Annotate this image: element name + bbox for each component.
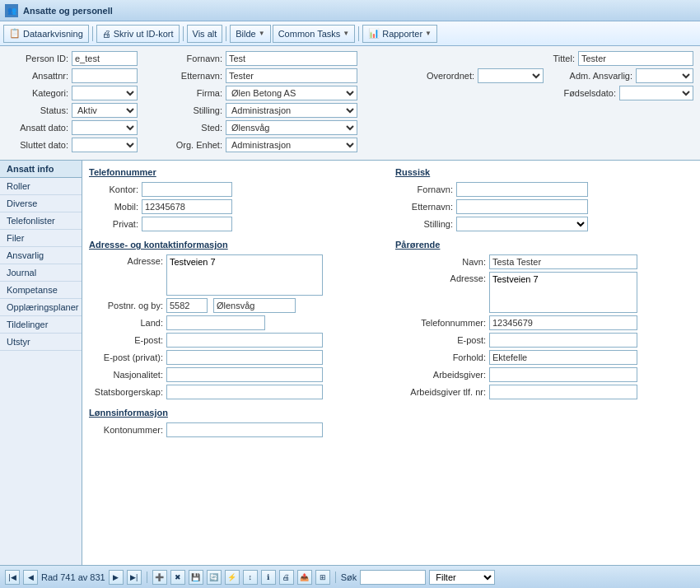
info-button[interactable]: ℹ bbox=[261, 570, 276, 585]
kategori-label: Kategori: bbox=[7, 88, 68, 98]
sidebar-item-diverse[interactable]: Diverse bbox=[0, 195, 82, 212]
epost-input[interactable] bbox=[166, 333, 323, 348]
status-separator-2 bbox=[335, 572, 336, 583]
add-record-button[interactable]: ➕ bbox=[152, 570, 167, 585]
kategori-select[interactable] bbox=[72, 86, 138, 100]
overordnet-select[interactable] bbox=[478, 68, 544, 83]
sidebar-item-filer[interactable]: Filer bbox=[0, 230, 82, 247]
status-select[interactable]: Aktiv bbox=[72, 103, 138, 118]
vis-alt-button[interactable]: Vis alt bbox=[187, 25, 223, 43]
export-button[interactable]: 📤 bbox=[297, 570, 312, 585]
russisk-stilling-select[interactable] bbox=[456, 217, 588, 231]
kontonummer-input[interactable] bbox=[166, 422, 323, 437]
toolbar-separator-1 bbox=[92, 26, 93, 41]
parorende-tlf-input[interactable] bbox=[489, 315, 637, 330]
ansatt-dato-label: Ansatt dato: bbox=[7, 123, 68, 133]
sted-label: Sted: bbox=[169, 123, 222, 133]
lonnsinformasjon-section: Lønnsinformasjon Kontonummer: bbox=[89, 408, 387, 437]
russisk-title: Russisk bbox=[395, 167, 693, 177]
sidebar-item-kompetanse[interactable]: Kompetanse bbox=[0, 282, 82, 299]
status-separator-1 bbox=[147, 572, 147, 583]
parorende-forhold-label: Forhold: bbox=[395, 352, 486, 362]
toolbar-separator-3 bbox=[226, 26, 226, 41]
etternavn-input[interactable] bbox=[226, 68, 357, 83]
nav-prev-button[interactable]: ◀ bbox=[23, 570, 38, 585]
org-enhet-select[interactable]: Administrasjon bbox=[226, 138, 357, 152]
refresh-button[interactable]: 🔄 bbox=[207, 570, 222, 585]
filter-select[interactable]: Filter bbox=[429, 570, 495, 585]
sted-select[interactable]: Ølensvåg bbox=[226, 120, 357, 135]
postnr-input[interactable] bbox=[166, 298, 208, 313]
nav-first-button[interactable]: |◀ bbox=[5, 570, 20, 585]
firma-select[interactable]: Ølen Betong AS bbox=[226, 86, 357, 100]
person-id-input[interactable] bbox=[72, 51, 138, 66]
by-input[interactable] bbox=[213, 298, 296, 313]
toolbar-separator-4 bbox=[358, 26, 359, 41]
sidebar-item-tildelinger[interactable]: Tildelinger bbox=[0, 316, 82, 334]
nav-last-button[interactable]: ▶| bbox=[127, 570, 142, 585]
lonnsinformasjon-title: Lønnsinformasjon bbox=[89, 408, 387, 418]
sort-button[interactable]: ↕ bbox=[243, 570, 258, 585]
form-row-3: Kategori: Firma: Ølen Betong AS Fødselsd… bbox=[7, 86, 693, 100]
rapporter-dropdown-arrow: ▼ bbox=[425, 30, 432, 37]
adresse-textarea[interactable]: Testveien 7 bbox=[166, 254, 323, 296]
bilde-dropdown-arrow: ▼ bbox=[259, 30, 265, 37]
fornavn-input[interactable] bbox=[226, 51, 357, 66]
russisk-etternavn-row: Etternavn: bbox=[395, 199, 693, 214]
epost-privat-row: E-post (privat): bbox=[89, 350, 387, 365]
adresse-title: Adresse- og kontaktinformasjon bbox=[89, 240, 387, 250]
common-tasks-button[interactable]: Common Tasks ▼ bbox=[273, 25, 356, 43]
epost-privat-label: E-post (privat): bbox=[89, 352, 163, 362]
statsborgerskap-input[interactable] bbox=[166, 385, 323, 399]
epost-privat-input[interactable] bbox=[166, 350, 323, 365]
skriv-ut-button[interactable]: 🖨 Skriv ut ID-kort bbox=[96, 25, 180, 43]
print-icon: 🖨 bbox=[102, 29, 111, 39]
sok-input[interactable] bbox=[360, 570, 426, 585]
sidebar-item-telefonlister[interactable]: Telefonlister bbox=[0, 212, 82, 230]
delete-record-button[interactable]: ✖ bbox=[170, 570, 185, 585]
kontor-input[interactable] bbox=[142, 182, 232, 197]
parorende-adresse-label: Adresse: bbox=[395, 272, 486, 283]
ansatt-dato-select[interactable] bbox=[72, 120, 138, 135]
parorende-arbeidsgiver-tlf-input[interactable] bbox=[489, 385, 637, 399]
kontonummer-row: Kontonummer: bbox=[89, 422, 387, 437]
sidebar-item-journal[interactable]: Journal bbox=[0, 264, 82, 282]
app-icon: 👥 bbox=[5, 4, 18, 17]
print-status-button[interactable]: 🖨 bbox=[279, 570, 294, 585]
sidebar-item-ansvarlig[interactable]: Ansvarlig bbox=[0, 247, 82, 264]
nav-next-button[interactable]: ▶ bbox=[109, 570, 124, 585]
title-bar: 👥 Ansatte og personell bbox=[0, 0, 700, 21]
mobil-input[interactable] bbox=[142, 199, 232, 214]
sidebar-item-utstyr[interactable]: Utstyr bbox=[0, 334, 82, 351]
sidebar-item-roller[interactable]: Roller bbox=[0, 178, 82, 195]
slutt-dato-select[interactable] bbox=[72, 138, 138, 152]
parorende-forhold-input[interactable] bbox=[489, 350, 637, 365]
russisk-etternavn-input[interactable] bbox=[456, 199, 588, 214]
dataarkvisning-icon: 📋 bbox=[9, 28, 21, 39]
dataarkvisning-button[interactable]: 📋 Dataarkvisning bbox=[3, 25, 89, 43]
nasjonalitet-input[interactable] bbox=[166, 367, 323, 382]
parorende-arbeidsgiver-tlf-label: Arbeidsgiver tlf. nr: bbox=[395, 387, 486, 397]
adm-ansvarlig-select[interactable] bbox=[636, 68, 693, 83]
status-label: Status: bbox=[7, 105, 68, 115]
save-button[interactable]: 💾 bbox=[189, 570, 203, 585]
statsborgerskap-row: Statsborgerskap: bbox=[89, 385, 387, 399]
sidebar-item-opplaeringsplaner[interactable]: Opplæringsplaner bbox=[0, 299, 82, 316]
tittel-input[interactable] bbox=[578, 51, 693, 66]
stilling-select[interactable]: Administrasjon bbox=[226, 103, 357, 118]
ansattnr-input[interactable] bbox=[72, 68, 138, 83]
parorende-section: Pårørende Navn: Adresse: Testveien 7 Tel… bbox=[395, 240, 693, 399]
parorende-navn-input[interactable] bbox=[489, 254, 637, 269]
parorende-adresse-textarea[interactable]: Testveien 7 bbox=[489, 272, 637, 313]
grid-button[interactable]: ⊞ bbox=[315, 570, 330, 585]
rapporter-button[interactable]: 📊 Rapporter ▼ bbox=[362, 25, 437, 43]
main-form: Person ID: Fornavn: Tittel: Ansattnr: Et… bbox=[0, 46, 700, 161]
parorende-epost-input[interactable] bbox=[489, 333, 637, 348]
russisk-fornavn-input[interactable] bbox=[456, 182, 588, 197]
bilde-button[interactable]: Bilde ▼ bbox=[230, 25, 270, 43]
parorende-arbeidsgiver-input[interactable] bbox=[489, 367, 637, 382]
land-input[interactable] bbox=[166, 315, 265, 330]
fodselsdato-select[interactable] bbox=[619, 86, 693, 100]
privat-input[interactable] bbox=[142, 217, 232, 231]
filter-button[interactable]: ⚡ bbox=[225, 570, 240, 585]
